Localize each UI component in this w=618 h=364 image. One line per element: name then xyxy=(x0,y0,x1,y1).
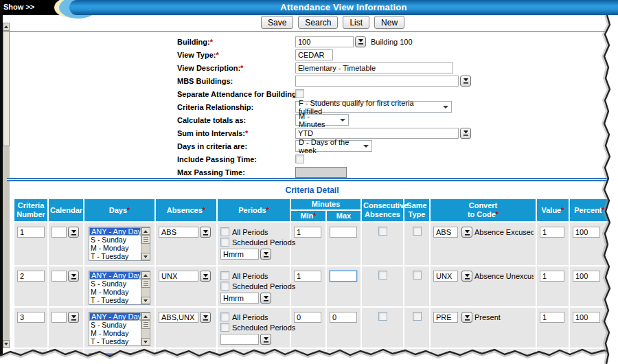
list-button[interactable]: List xyxy=(343,16,369,29)
max-input[interactable] xyxy=(330,271,357,282)
days-option[interactable]: S - Sunday xyxy=(89,321,141,329)
listbox-scrollbar[interactable] xyxy=(141,354,150,364)
same-type-checkbox[interactable] xyxy=(413,271,422,280)
period-input[interactable] xyxy=(220,334,259,345)
scroll-down-icon[interactable] xyxy=(141,338,150,345)
min-input[interactable] xyxy=(294,271,321,282)
convert-code-lookup-button[interactable] xyxy=(461,271,472,282)
scrollbar-thumb[interactable] xyxy=(3,31,10,146)
all-periods-checkbox[interactable] xyxy=(220,227,229,236)
mbs-buildings-input[interactable] xyxy=(295,76,459,87)
percent-input[interactable] xyxy=(573,227,600,238)
min-input[interactable] xyxy=(294,227,321,238)
listbox-scrollbar[interactable] xyxy=(141,271,150,304)
scroll-up-icon[interactable] xyxy=(141,312,150,320)
days-option[interactable]: M - Monday xyxy=(89,329,141,337)
consecutive-absences-checkbox[interactable] xyxy=(378,227,387,236)
convert-code-input[interactable] xyxy=(433,271,458,282)
calendar-input[interactable] xyxy=(52,227,67,238)
days-option[interactable]: S - Sunday xyxy=(89,236,141,244)
building-input[interactable] xyxy=(295,36,354,47)
show-menu-toggle[interactable]: Show >> xyxy=(3,3,34,11)
period-input[interactable] xyxy=(220,293,259,304)
absences-lookup-button[interactable] xyxy=(200,271,211,282)
same-type-checkbox[interactable] xyxy=(413,312,422,321)
absences-input[interactable] xyxy=(159,227,198,238)
value-input[interactable] xyxy=(540,227,564,238)
scrollbar-thumb[interactable] xyxy=(141,320,150,329)
min-input[interactable] xyxy=(294,312,321,323)
days-option[interactable]: T - Tuesday xyxy=(89,252,141,260)
max-input[interactable] xyxy=(330,227,357,238)
days-option[interactable]: M - Monday xyxy=(89,288,141,296)
convert-code-input[interactable] xyxy=(433,312,458,323)
save-button[interactable]: Save xyxy=(261,16,293,29)
days-option[interactable]: T - Tuesday xyxy=(89,337,141,345)
scheduled-periods-checkbox[interactable] xyxy=(220,282,229,291)
calendar-lookup-button[interactable] xyxy=(68,312,79,323)
scroll-down-icon[interactable] xyxy=(141,253,150,260)
criteria-number-input[interactable] xyxy=(17,271,45,282)
criteria-number-input[interactable] xyxy=(17,312,45,323)
search-button[interactable]: Search xyxy=(298,16,338,29)
criteria-relationship-select[interactable]: F - Students qualify for first criteria … xyxy=(295,101,452,113)
all-periods-checkbox[interactable] xyxy=(220,271,229,280)
calculate-totals-select[interactable]: M - Minutes xyxy=(295,114,349,126)
period-input[interactable] xyxy=(220,249,259,260)
scroll-up-icon[interactable] xyxy=(141,227,150,235)
period-lookup-button[interactable] xyxy=(260,249,271,260)
absences-input[interactable] xyxy=(159,312,198,323)
convert-code-lookup-button[interactable] xyxy=(461,312,472,323)
days-option[interactable]: ANY - Any Days xyxy=(89,312,141,321)
view-type-input[interactable] xyxy=(295,49,333,60)
value-input[interactable] xyxy=(540,271,564,282)
left-scrollbar[interactable] xyxy=(3,23,10,348)
scrollbar-thumb[interactable] xyxy=(141,279,150,288)
calendar-input[interactable] xyxy=(52,271,67,282)
convert-code-input[interactable] xyxy=(433,227,458,238)
include-passing-checkbox[interactable] xyxy=(295,155,304,163)
days-option[interactable]: ANY - Any Days xyxy=(89,354,141,362)
mbs-buildings-lookup-button[interactable] xyxy=(460,76,471,87)
calendar-lookup-button[interactable] xyxy=(68,271,79,282)
scrollbar-track[interactable] xyxy=(3,146,10,340)
sum-intervals-input[interactable] xyxy=(295,128,459,139)
absences-input[interactable] xyxy=(159,271,198,282)
period-lookup-button[interactable] xyxy=(260,334,271,345)
listbox-scrollbar[interactable] xyxy=(141,227,150,260)
building-lookup-button[interactable] xyxy=(355,36,366,47)
percent-input[interactable] xyxy=(573,312,600,323)
days-listbox[interactable]: ANY - Any Days S - Sunday xyxy=(89,353,150,364)
days-option[interactable]: M - Monday xyxy=(89,244,141,252)
days-option[interactable]: ANY - Any Days xyxy=(89,227,141,236)
view-description-input[interactable] xyxy=(295,62,453,73)
convert-code-lookup-button[interactable] xyxy=(461,227,472,238)
same-type-checkbox[interactable] xyxy=(413,227,422,236)
scroll-up-icon[interactable] xyxy=(141,354,150,361)
period-lookup-button[interactable] xyxy=(260,293,271,304)
scheduled-periods-checkbox[interactable] xyxy=(220,323,229,332)
days-option[interactable]: ANY - Any Days xyxy=(89,271,141,280)
days-listbox[interactable]: ANY - Any Days S - Sunday M - Monday T -… xyxy=(89,271,150,305)
scroll-down-icon[interactable] xyxy=(141,297,150,304)
scheduled-periods-checkbox[interactable] xyxy=(220,238,229,247)
days-listbox[interactable]: ANY - Any Days S - Sunday M - Monday T -… xyxy=(89,227,150,261)
calendar-input[interactable] xyxy=(52,312,67,323)
new-button[interactable]: New xyxy=(374,16,404,29)
percent-input[interactable] xyxy=(573,271,600,282)
days-option[interactable]: T - Tuesday xyxy=(89,296,141,304)
consecutive-absences-checkbox[interactable] xyxy=(378,271,387,280)
all-periods-checkbox[interactable] xyxy=(220,312,229,321)
sum-intervals-lookup-button[interactable] xyxy=(460,128,471,139)
days-in-criteria-select[interactable]: D - Days of the week xyxy=(295,140,372,152)
scroll-up-icon[interactable] xyxy=(3,23,10,31)
value-input[interactable] xyxy=(540,312,564,323)
criteria-number-input[interactable] xyxy=(17,227,45,238)
scroll-down-icon[interactable] xyxy=(3,340,10,348)
days-listbox[interactable]: ANY - Any Days S - Sunday M - Monday T -… xyxy=(89,312,150,346)
all-periods-checkbox[interactable] xyxy=(220,354,229,363)
calendar-lookup-button[interactable] xyxy=(68,227,79,238)
days-option[interactable]: S - Sunday xyxy=(89,280,141,288)
absences-lookup-button[interactable] xyxy=(200,312,211,323)
max-input[interactable] xyxy=(330,312,357,323)
